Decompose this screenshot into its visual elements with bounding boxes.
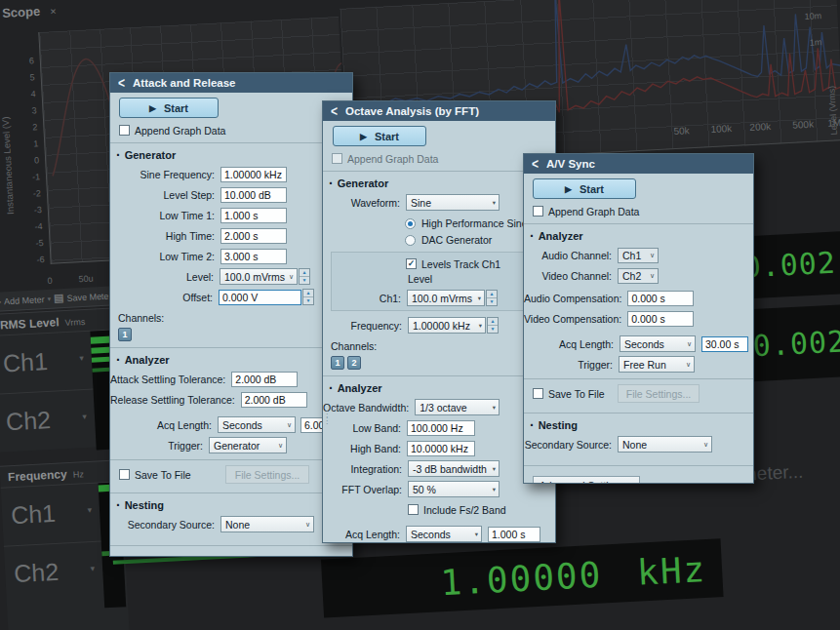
field-label: Ch1: [332,293,407,304]
analyzer-section-header[interactable]: · Analyzer [116,353,352,367]
dropdown-arrow-icon[interactable]: ▾ [82,412,87,421]
file-settings-button[interactable]: File Settings... [618,384,700,403]
x-tick: 50k [673,125,690,137]
back-chevron-icon[interactable]: < [331,102,338,120]
fft-overlap-dropdown[interactable]: 50 % ▾ [408,481,500,497]
start-button[interactable]: ▶ Start [333,126,426,146]
release-settling-tolerance-input[interactable] [241,392,307,408]
trigger-dropdown[interactable]: Free Run ∨ [619,356,695,373]
checkbox-box[interactable] [408,504,419,515]
secondary-source-dropdown[interactable]: None ∨ [618,436,712,453]
resize-grip[interactable]: ⋮ ⋮ [323,411,329,424]
append-graph-data-checkbox[interactable]: Append Graph Data [533,205,753,217]
spinner-down-icon[interactable]: ▼ [488,325,498,333]
low-time-1-input[interactable] [220,208,287,223]
back-chevron-icon[interactable]: < [532,155,539,173]
secondary-source-dropdown[interactable]: None ∨ [220,516,314,532]
high-time-input[interactable] [220,228,287,244]
dropdown-arrow-icon: ▾ [491,486,496,493]
spinner-up-icon[interactable]: ▲ [303,290,313,296]
meter-unit[interactable]: Hz [73,469,85,480]
checkbox-box[interactable] [119,469,130,480]
spinner-up-icon[interactable]: ▲ [487,291,497,297]
chevron-down-icon: ∨ [701,441,708,449]
spinner-up-icon[interactable]: ▲ [488,318,498,325]
radio-button[interactable] [405,218,416,229]
y-tick: -6 [26,255,44,265]
generator-section-header[interactable]: · Generator [116,148,352,162]
acq-length-units-dropdown[interactable]: Seconds ∨ [218,416,296,433]
video-compensation-input[interactable] [627,311,694,327]
frequency-dropdown[interactable]: 1.00000 kHz ▾ [408,317,486,334]
channel-2-button[interactable]: 2 [347,356,361,370]
acq-length-units-dropdown[interactable]: Seconds ∨ [620,335,696,352]
ch1-level-stepper[interactable]: ▲ ▼ [486,290,498,306]
radio-button[interactable] [405,235,416,246]
acq-length-input[interactable] [488,527,540,542]
spinner-up-icon[interactable]: ▲ [300,269,309,276]
start-button[interactable]: ▶ Start [533,178,636,199]
checkbox-check-icon[interactable]: ✓ [406,258,417,269]
nesting-section-header[interactable]: · Nesting [530,418,753,432]
save-to-file-checkbox[interactable]: Save To File [119,468,191,481]
checkbox-box[interactable] [533,388,543,399]
generator-section-header[interactable]: · Generator [329,177,555,190]
save-to-file-checkbox[interactable]: Save To File [533,387,605,400]
integration-dropdown[interactable]: -3 dB bandwidth ▾ [408,460,500,477]
advanced-settings-button[interactable]: Advanced Settings... [119,556,234,557]
sine-frequency-input[interactable] [220,167,287,182]
start-button[interactable]: ▶ Start [119,98,219,118]
analyzer-section-header[interactable]: · Analyzer [329,381,555,395]
file-settings-button[interactable]: File Settings... [225,465,309,484]
attack-settling-tolerance-input[interactable] [231,372,298,387]
ch1-level-dropdown[interactable]: 100.0 mVrms ▾ [407,290,485,306]
checkbox-box[interactable] [119,125,130,136]
nesting-section-header[interactable]: · Nesting [116,498,352,512]
frequency-stepper[interactable]: ▲ ▼ [487,317,499,334]
dropdown-arrow-icon[interactable]: ▾ [90,564,95,573]
octave-bandwidth-dropdown[interactable]: 1/3 octave ▾ [415,399,500,415]
advanced-settings-button[interactable]: Advanced Settings... [533,476,640,484]
back-chevron-icon[interactable]: < [118,74,125,92]
dropdown-arrow-icon[interactable]: ▾ [87,505,92,515]
video-channel-dropdown[interactable]: Ch2 ∨ [618,268,659,284]
low-band-row: Low Band: [323,419,555,436]
x-tick: 200k [749,121,771,133]
channel-1-button[interactable]: 1 [118,328,132,341]
append-graph-data-checkbox[interactable]: Append Graph Data [119,124,352,137]
waveform-dropdown[interactable]: Sine ▾ [406,194,500,211]
checkbox-label: Include Fs/2 Band [423,504,506,516]
acq-length-input[interactable] [701,336,748,352]
close-icon[interactable]: × [50,5,57,17]
level-stepper[interactable]: ▲ ▼ [299,268,310,285]
spinner-down-icon[interactable]: ▼ [303,296,313,304]
low-band-input[interactable] [407,420,475,436]
panel-header: < Attack and Release [110,73,352,93]
audio-compensation-input[interactable] [627,291,694,306]
meter-unit[interactable]: Vrms [64,317,85,328]
checkbox-box[interactable] [533,206,543,217]
add-meter-button[interactable]: Add Meter [4,295,45,306]
channel-1-button[interactable]: 1 [331,356,344,370]
spinner-down-icon[interactable]: ▼ [300,276,309,284]
level-step-input[interactable] [220,187,287,203]
spinner-down-icon[interactable]: ▼ [487,297,497,305]
offset-stepper[interactable]: ▲ ▼ [302,289,314,305]
include-fs2-band-checkbox[interactable]: Include Fs/2 Band [408,503,555,516]
high-band-input[interactable] [407,441,475,456]
level-dropdown[interactable]: 100.0 mVrms ∨ [220,268,298,285]
save-meter-button[interactable]: Save Mete [66,291,108,302]
low-time-2-input[interactable] [220,249,287,264]
ch1-level-row: Ch1: 100.0 mVrms ▾ ▲ ▼ [332,290,546,306]
offset-input[interactable] [219,290,301,305]
grip-icon: ⋮ [323,417,329,424]
acq-length-units-dropdown[interactable]: Seconds ▾ [406,526,482,542]
analyzer-section-header[interactable]: · Analyzer [530,229,753,243]
trigger-dropdown[interactable]: Generator ∨ [209,437,287,453]
append-graph-data-checkbox[interactable]: Append Graph Data [332,152,555,165]
scope-tab[interactable]: Scope × [2,3,57,20]
checkbox-box[interactable] [332,153,342,164]
audio-channel-dropdown[interactable]: Ch1 ∨ [618,248,659,263]
dropdown-arrow-icon[interactable]: ▾ [79,353,84,363]
channel-label: Ch2 [5,406,51,436]
